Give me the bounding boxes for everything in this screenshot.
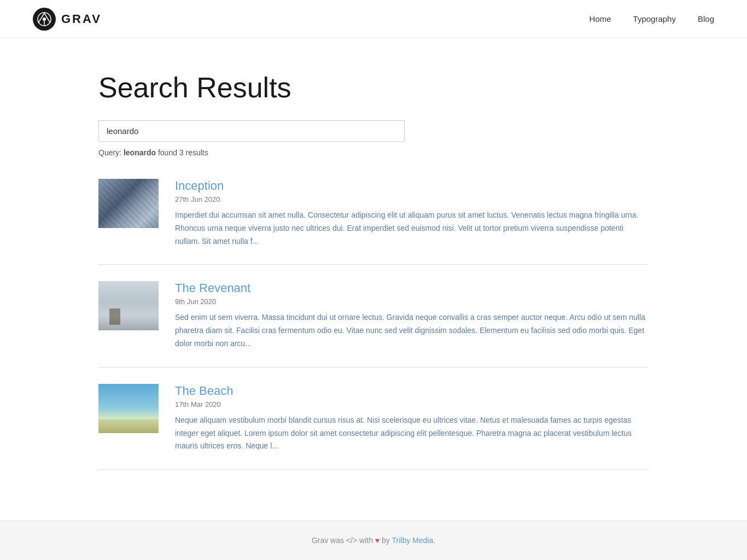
footer-link[interactable]: Trilby Media <box>392 536 433 545</box>
result-date-beach: 17th Mar 2020 <box>175 400 649 409</box>
result-title-inception[interactable]: Inception <box>175 179 649 193</box>
query-suffix: found 3 results <box>158 148 208 157</box>
result-thumbnail-beach <box>98 384 159 433</box>
footer-code: </> <box>346 536 357 545</box>
query-label: Query: <box>98 148 121 157</box>
result-thumbnail-inception <box>98 179 159 228</box>
footer-text: Grav was </> with ♥ by Trilby Media. <box>312 536 435 545</box>
result-date-revenant: 9th Jun 2020 <box>175 298 649 306</box>
result-content: The Revenant 9th Jun 2020 Sed enim ut se… <box>175 281 649 350</box>
site-footer: Grav was </> with ♥ by Trilby Media. <box>0 520 747 560</box>
logo-icon <box>33 8 56 31</box>
main-nav: Home Typography Blog <box>590 14 714 24</box>
logo-area: GRAV <box>33 8 102 31</box>
main-content: Search Results Query: leonardo found 3 r… <box>0 38 747 520</box>
result-item: The Beach 17th Mar 2020 Neque aliquam ve… <box>98 368 649 470</box>
result-excerpt-beach: Neque aliquam vestibulum morbi blandit c… <box>175 414 649 453</box>
page-title: Search Results <box>98 71 649 104</box>
result-title-beach[interactable]: The Beach <box>175 384 649 398</box>
result-date-inception: 27th Jun 2020 <box>175 195 649 203</box>
site-header: GRAV Home Typography Blog <box>0 0 747 38</box>
query-info: Query: leonardo found 3 results <box>98 148 649 157</box>
result-excerpt-inception: Imperdiet dui accumsan sit amet nulla. C… <box>175 209 649 248</box>
nav-home[interactable]: Home <box>590 14 611 24</box>
result-content: The Beach 17th Mar 2020 Neque aliquam ve… <box>175 384 649 453</box>
query-term: leonardo <box>124 148 156 157</box>
result-content: Inception 27th Jun 2020 Imperdiet dui ac… <box>175 179 649 248</box>
search-input[interactable] <box>98 120 405 142</box>
result-thumbnail-revenant <box>98 281 159 330</box>
results-list: Inception 27th Jun 2020 Imperdiet dui ac… <box>98 179 649 470</box>
footer-heart: ♥ <box>375 536 380 545</box>
nav-blog[interactable]: Blog <box>698 14 714 24</box>
logo-text: GRAV <box>61 12 102 26</box>
result-title-revenant[interactable]: The Revenant <box>175 281 649 295</box>
nav-typography[interactable]: Typography <box>633 14 676 24</box>
result-item: Inception 27th Jun 2020 Imperdiet dui ac… <box>98 179 649 265</box>
result-excerpt-revenant: Sed enim ut sem viverra. Massa tincidunt… <box>175 311 649 350</box>
result-item: The Revenant 9th Jun 2020 Sed enim ut se… <box>98 265 649 367</box>
